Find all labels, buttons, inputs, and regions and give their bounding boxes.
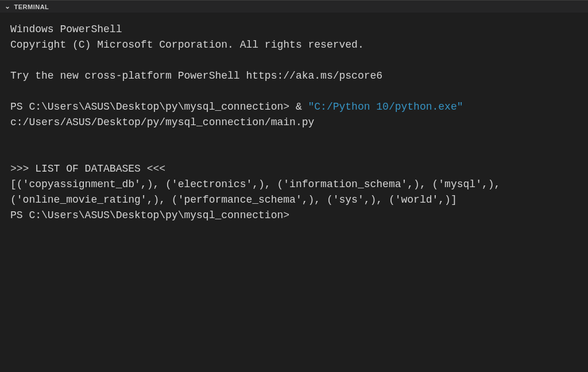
prompt-prefix: PS C:\Users\ASUS\Desktop\py\mysql_connec… (10, 101, 308, 113)
terminal-panel-header[interactable]: ⌄ TERMINAL (0, 0, 588, 13)
chevron-down-icon: ⌄ (5, 2, 11, 10)
prompt-line: PS C:\Users\ASUS\Desktop\py\mysql_connec… (10, 210, 289, 221)
panel-title: TERMINAL (14, 3, 49, 10)
prompt-line: PS C:\Users\ASUS\Desktop\py\mysql_connec… (10, 101, 469, 128)
output-header: >>> LIST OF DATABASES <<< (10, 163, 165, 175)
python-exe-path: "C:/Python 10/python.exe" (308, 101, 463, 113)
banner-line: Copyright (C) Microsoft Corporation. All… (10, 39, 364, 51)
output-database-list: [('copyassignment_db',), ('electronics',… (10, 179, 506, 206)
terminal-output-area[interactable]: Windows PowerShell Copyright (C) Microso… (0, 13, 588, 372)
try-powershell-line: Try the new cross-platform PowerShell ht… (10, 70, 382, 82)
banner-line: Windows PowerShell (10, 24, 122, 35)
